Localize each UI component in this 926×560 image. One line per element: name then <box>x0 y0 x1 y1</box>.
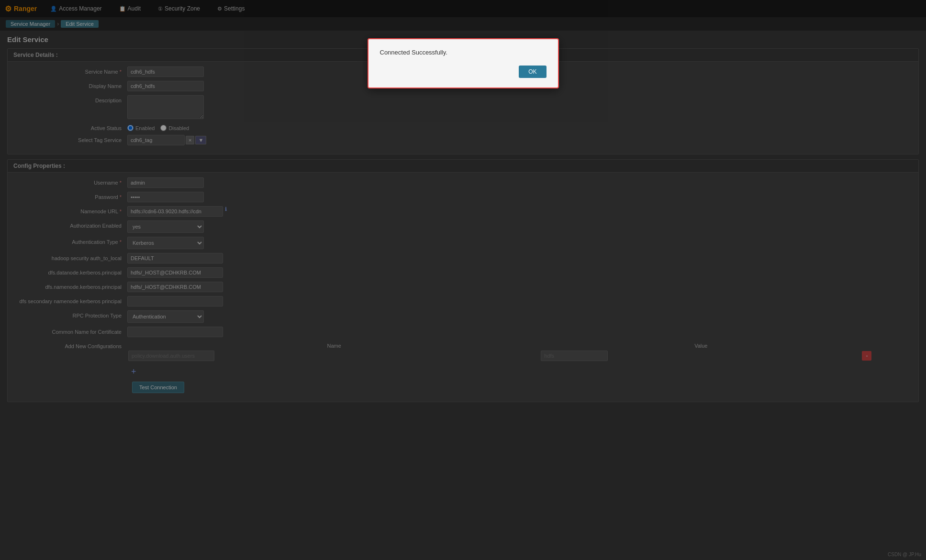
dialog-box: Connected Successfully. OK <box>368 38 559 88</box>
dialog-ok-button[interactable]: OK <box>519 66 546 78</box>
dialog-footer: OK <box>380 66 547 78</box>
dialog-message: Connected Successfully. <box>380 49 547 56</box>
dialog-overlay: Connected Successfully. OK <box>0 0 926 557</box>
